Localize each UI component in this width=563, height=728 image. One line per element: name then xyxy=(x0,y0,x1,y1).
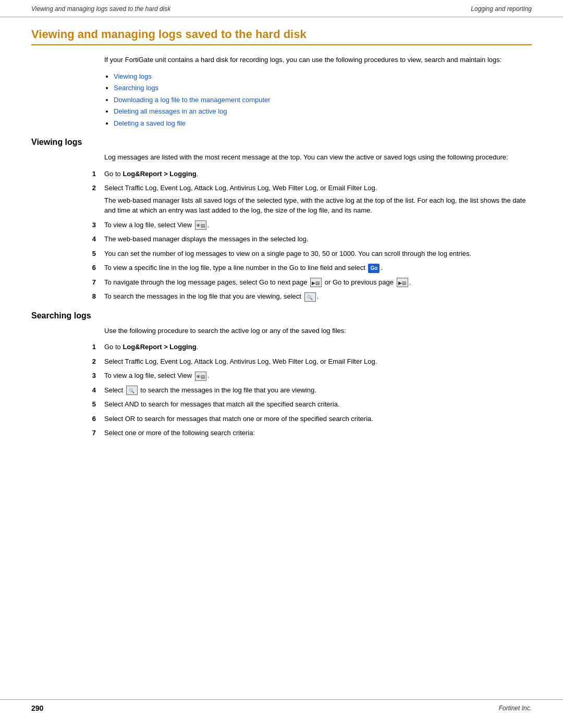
step-row: 6 To view a specific line in the log fil… xyxy=(73,263,532,273)
section-intro-searching: Use the following procedure to search th… xyxy=(104,326,532,336)
step-content: Go to Log&Report > Logging. xyxy=(104,342,532,352)
step-content: You can set the number of log messages t… xyxy=(104,249,532,259)
step-number: 1 xyxy=(73,169,104,179)
step-row: 4 Select 🔍 to search the messages in the… xyxy=(73,385,532,396)
list-item: Deleting a saved log file xyxy=(114,118,532,129)
view-icon: 👁▤ xyxy=(195,372,206,381)
step-content: Select one or more of the following sear… xyxy=(104,428,532,438)
step-number: 2 xyxy=(73,183,104,193)
step-number: 4 xyxy=(73,385,104,396)
step-content: Select AND to search for messages that m… xyxy=(104,399,532,410)
step-row: 1 Go to Log&Report > Logging. xyxy=(73,342,532,352)
page-title: Viewing and managing logs saved to the h… xyxy=(31,28,532,45)
step-row: 3 To view a log file, select View 👁▤. xyxy=(73,220,532,230)
section-intro-viewing: Log messages are listed with the most re… xyxy=(104,152,532,163)
step-content: Select Traffic Log, Event Log, Attack Lo… xyxy=(104,183,532,216)
footer-company: Fortinet Inc. xyxy=(499,705,532,712)
step-row: 7 Select one or more of the following se… xyxy=(73,428,532,438)
step-row: 8 To search the messages in the log file… xyxy=(73,291,532,302)
step-number: 6 xyxy=(73,263,104,273)
footer-page-number: 290 xyxy=(31,704,43,712)
intro-paragraph: If your FortiGate unit contains a hard d… xyxy=(104,55,532,65)
go-button-icon: Go xyxy=(368,264,380,273)
list-item: Deleting all messages in an active log xyxy=(114,106,532,117)
step-row: 7 To navigate through the log message pa… xyxy=(73,277,532,288)
section-viewing-logs: Viewing logs Log messages are listed wit… xyxy=(31,138,532,302)
toc-link-downloading[interactable]: Downloading a log file to the management… xyxy=(114,96,271,104)
header-bar: Viewing and managing logs saved to the h… xyxy=(0,0,563,17)
page: Viewing and managing logs saved to the h… xyxy=(0,0,563,728)
step-number: 5 xyxy=(73,249,104,259)
step-content: To search the messages in the log file t… xyxy=(104,291,532,302)
step-row: 1 Go to Log&Report > Logging. xyxy=(73,169,532,179)
step-content: Select 🔍 to search the messages in the l… xyxy=(104,385,532,396)
section-heading-searching: Searching logs xyxy=(31,311,532,320)
step-row: 5 You can set the number of log messages… xyxy=(73,249,532,259)
step-content: To navigate through the log message page… xyxy=(104,277,532,288)
step-number: 6 xyxy=(73,414,104,424)
prev-page-icon: ▶▤ xyxy=(397,278,408,287)
toc-list: Viewing logs Searching logs Downloading … xyxy=(114,71,532,129)
toc-link-deleting-saved[interactable]: Deleting a saved log file xyxy=(114,119,186,127)
next-page-icon: ▶▤ xyxy=(310,278,322,287)
step-row: 3 To view a log file, select View 👁▤. xyxy=(73,371,532,381)
view-icon: 👁▤ xyxy=(195,220,206,230)
step-content: Select Traffic Log, Event Log, Attack Lo… xyxy=(104,356,532,367)
step-row: 5 Select AND to search for messages that… xyxy=(73,399,532,410)
step-number: 8 xyxy=(73,291,104,302)
step-content: The web-based manager displays the messa… xyxy=(104,234,532,244)
step-extra: The web-based manager lists all saved lo… xyxy=(104,195,532,216)
step-number: 7 xyxy=(73,428,104,438)
step-number: 2 xyxy=(73,356,104,367)
step-number: 3 xyxy=(73,220,104,230)
list-item: Viewing logs xyxy=(114,71,532,82)
step-content: Select OR to search for messages that ma… xyxy=(104,414,532,424)
footer: 290 Fortinet Inc. xyxy=(0,699,563,712)
step-number: 5 xyxy=(73,399,104,410)
toc-link-deleting-active[interactable]: Deleting all messages in an active log xyxy=(114,107,227,115)
list-item: Searching logs xyxy=(114,83,532,93)
search-icon: 🔍 xyxy=(126,386,138,395)
step-row: 2 Select Traffic Log, Event Log, Attack … xyxy=(73,356,532,367)
toc-link-viewing-logs[interactable]: Viewing logs xyxy=(114,72,152,80)
step-content: To view a specific line in the log file,… xyxy=(104,263,532,273)
step-content: To view a log file, select View 👁▤. xyxy=(104,220,532,230)
section-searching-logs: Searching logs Use the following procedu… xyxy=(31,311,532,438)
main-content: Viewing and managing logs saved to the h… xyxy=(0,17,563,463)
step-row: 2 Select Traffic Log, Event Log, Attack … xyxy=(73,183,532,216)
header-left: Viewing and managing logs saved to the h… xyxy=(31,5,170,13)
step-content: To view a log file, select View 👁▤. xyxy=(104,371,532,381)
steps-searching: 1 Go to Log&Report > Logging. 2 Select T… xyxy=(73,342,532,438)
step-number: 4 xyxy=(73,234,104,244)
step-row: 6 Select OR to search for messages that … xyxy=(73,414,532,424)
search-icon: 🔍 xyxy=(304,292,316,302)
section-heading-viewing: Viewing logs xyxy=(31,138,532,147)
step-number: 1 xyxy=(73,342,104,352)
step-number: 7 xyxy=(73,277,104,288)
header-right: Logging and reporting xyxy=(471,5,532,13)
step-number: 3 xyxy=(73,371,104,381)
steps-viewing: 1 Go to Log&Report > Logging. 2 Select T… xyxy=(73,169,532,302)
step-row: 4 The web-based manager displays the mes… xyxy=(73,234,532,244)
toc-link-searching-logs[interactable]: Searching logs xyxy=(114,84,158,92)
list-item: Downloading a log file to the management… xyxy=(114,95,532,105)
step-content: Go to Log&Report > Logging. xyxy=(104,169,532,179)
